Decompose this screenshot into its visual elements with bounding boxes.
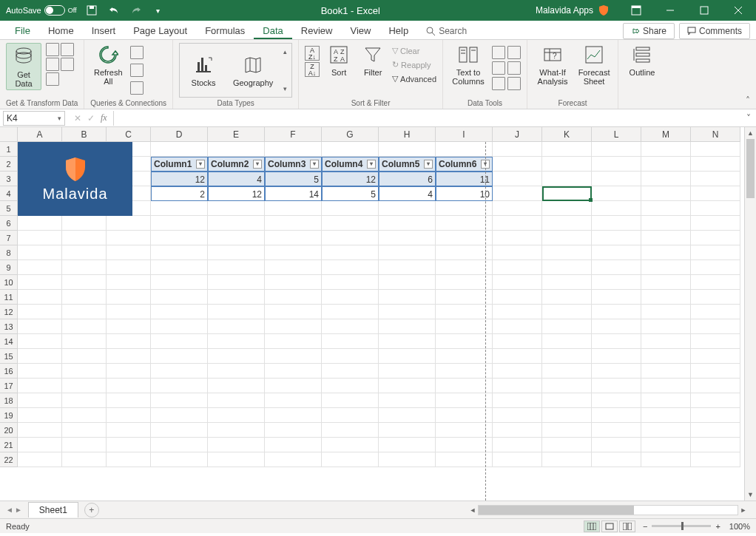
- redo-icon[interactable]: [129, 3, 144, 18]
- cell[interactable]: [592, 379, 641, 393]
- cell[interactable]: [151, 408, 208, 423]
- cell[interactable]: [542, 349, 592, 364]
- cell[interactable]: [641, 393, 691, 408]
- cell[interactable]: [107, 349, 151, 364]
- cell[interactable]: [641, 142, 691, 157]
- cell[interactable]: [493, 142, 542, 157]
- row-header-7[interactable]: 7: [0, 231, 18, 245]
- data-model-icon[interactable]: [507, 77, 521, 90]
- cell[interactable]: [18, 349, 62, 364]
- cell[interactable]: [691, 349, 740, 364]
- comments-button[interactable]: Comments: [679, 23, 750, 39]
- cell[interactable]: [493, 305, 542, 319]
- refresh-all-button[interactable]: Refresh All: [90, 43, 126, 86]
- cell[interactable]: [151, 216, 208, 231]
- cell[interactable]: [379, 349, 436, 364]
- row-header-20[interactable]: 20: [0, 423, 18, 438]
- normal-view-icon[interactable]: [584, 520, 600, 532]
- cell[interactable]: [436, 408, 493, 423]
- cell[interactable]: [208, 290, 265, 305]
- cell[interactable]: [151, 231, 208, 245]
- cell[interactable]: [542, 290, 592, 305]
- get-data-button[interactable]: Get Data: [6, 43, 41, 90]
- cell[interactable]: [641, 201, 691, 216]
- cell[interactable]: [151, 423, 208, 438]
- cell[interactable]: [436, 275, 493, 290]
- cell[interactable]: [265, 275, 322, 290]
- cell[interactable]: [107, 379, 151, 393]
- cell[interactable]: [107, 438, 151, 452]
- cell[interactable]: [436, 319, 493, 334]
- tab-data[interactable]: Data: [254, 22, 291, 39]
- col-header-B[interactable]: B: [62, 127, 107, 142]
- cell[interactable]: [322, 319, 379, 334]
- cell[interactable]: [208, 393, 265, 408]
- table-header[interactable]: Column2▾: [208, 157, 265, 172]
- cell[interactable]: [18, 290, 62, 305]
- cell[interactable]: [493, 334, 542, 349]
- cell[interactable]: [151, 452, 208, 467]
- cell[interactable]: [641, 452, 691, 467]
- cell[interactable]: [493, 393, 542, 408]
- tab-review[interactable]: Review: [292, 22, 342, 39]
- cell[interactable]: [379, 319, 436, 334]
- expand-formula-icon[interactable]: ˅: [741, 113, 756, 123]
- forecast-sheet-button[interactable]: Forecast Sheet: [576, 43, 612, 86]
- cell[interactable]: [592, 245, 641, 260]
- enter-formula-icon[interactable]: ✓: [87, 113, 95, 123]
- cell[interactable]: [691, 452, 740, 467]
- cell[interactable]: [18, 216, 62, 231]
- cell[interactable]: [151, 393, 208, 408]
- cell[interactable]: [62, 305, 107, 319]
- row-header-11[interactable]: 11: [0, 290, 18, 305]
- cell[interactable]: [641, 408, 691, 423]
- cell[interactable]: [265, 334, 322, 349]
- cell[interactable]: [542, 393, 592, 408]
- cell[interactable]: [62, 260, 107, 275]
- cell[interactable]: [379, 201, 436, 216]
- cell[interactable]: [436, 260, 493, 275]
- cell[interactable]: [379, 393, 436, 408]
- from-text-icon[interactable]: [46, 43, 59, 56]
- filter-dropdown-icon[interactable]: ▾: [253, 160, 262, 169]
- cell[interactable]: [18, 305, 62, 319]
- cell[interactable]: [151, 379, 208, 393]
- share-button[interactable]: Share: [623, 23, 675, 39]
- cell[interactable]: [691, 142, 740, 157]
- cell[interactable]: [265, 245, 322, 260]
- cell[interactable]: [592, 157, 641, 172]
- row-header-12[interactable]: 12: [0, 305, 18, 319]
- row-header-15[interactable]: 15: [0, 349, 18, 364]
- cell[interactable]: [62, 452, 107, 467]
- cell[interactable]: [322, 393, 379, 408]
- what-if-button[interactable]: ? What-If Analysis: [533, 43, 572, 86]
- cell[interactable]: [592, 349, 641, 364]
- collapse-ribbon-icon[interactable]: ˄: [746, 95, 750, 106]
- tab-view[interactable]: View: [341, 22, 379, 39]
- cell[interactable]: [322, 379, 379, 393]
- search-box[interactable]: Search: [417, 23, 476, 39]
- cell[interactable]: [436, 216, 493, 231]
- row-header-1[interactable]: 1: [0, 142, 18, 157]
- cell[interactable]: [691, 305, 740, 319]
- col-header-A[interactable]: A: [18, 127, 62, 142]
- filter-button[interactable]: Filter: [358, 43, 388, 77]
- col-header-C[interactable]: C: [107, 127, 151, 142]
- validation-icon[interactable]: [492, 61, 505, 75]
- cell[interactable]: [436, 423, 493, 438]
- cell[interactable]: [265, 305, 322, 319]
- cell[interactable]: [542, 452, 592, 467]
- fx-icon[interactable]: fx: [101, 112, 107, 123]
- cell[interactable]: [62, 319, 107, 334]
- cell[interactable]: [62, 275, 107, 290]
- cell[interactable]: [641, 216, 691, 231]
- cell[interactable]: [208, 364, 265, 379]
- cell[interactable]: [542, 305, 592, 319]
- cell[interactable]: [641, 290, 691, 305]
- cell[interactable]: [322, 452, 379, 467]
- table-cell[interactable]: 4: [379, 186, 436, 201]
- cell[interactable]: [265, 290, 322, 305]
- cell[interactable]: [379, 290, 436, 305]
- scroll-thumb[interactable]: [479, 506, 634, 515]
- cell[interactable]: [107, 319, 151, 334]
